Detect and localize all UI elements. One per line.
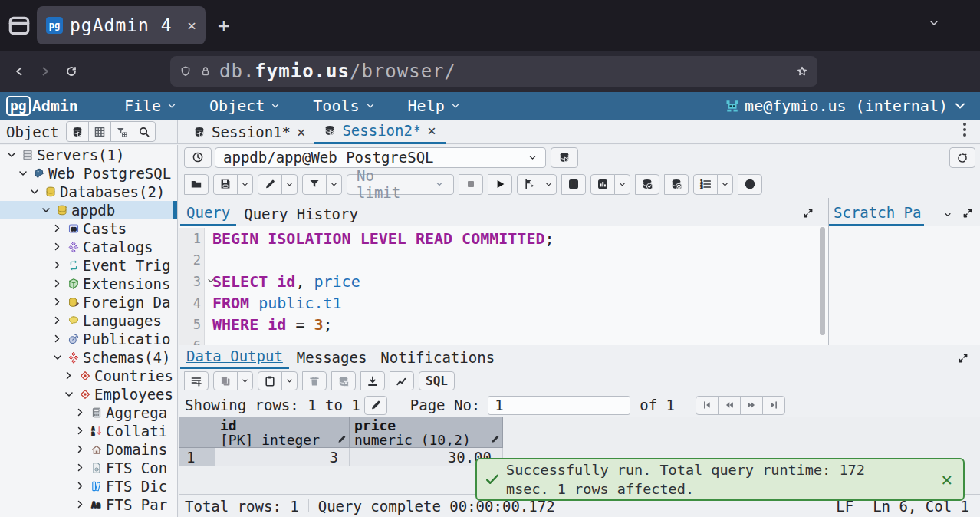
rollback-button[interactable] — [664, 174, 689, 195]
delete-row-button[interactable] — [302, 371, 327, 390]
edit-column-icon[interactable] — [337, 434, 347, 444]
commit-button[interactable] — [635, 174, 659, 195]
tree-item-event-trig[interactable]: Event Trig — [0, 256, 177, 275]
filter-sql-button[interactable]: SQL — [419, 371, 455, 390]
row-limit-select[interactable]: No limit — [347, 174, 454, 195]
tree-item-languages[interactable]: Languages — [0, 311, 177, 330]
tree-item-catalogs[interactable]: Catalogs — [0, 238, 177, 256]
back-icon[interactable] — [6, 58, 32, 84]
menu-help[interactable]: Help — [397, 92, 472, 120]
open-file-button[interactable] — [184, 174, 209, 195]
close-icon[interactable]: × — [427, 122, 436, 139]
page-first-button[interactable] — [696, 396, 719, 415]
copy-dropdown-button[interactable] — [237, 371, 253, 390]
add-row-button[interactable] — [184, 371, 209, 390]
query-history-clock-button[interactable] — [184, 147, 212, 168]
menu-object[interactable]: Object — [199, 92, 291, 120]
edit-column-icon[interactable] — [490, 434, 500, 444]
chevron-right-icon[interactable] — [52, 278, 63, 291]
new-tab-button[interactable]: + — [218, 14, 230, 37]
flag-play-dropdown-button[interactable] — [541, 174, 557, 195]
expand-editor-icon[interactable] — [802, 207, 814, 219]
chevron-down-icon[interactable] — [51, 352, 64, 363]
page-number-input[interactable] — [488, 396, 630, 415]
tree-item-servers-1-[interactable]: Servers(1) — [0, 146, 177, 164]
tree-item-aggrega[interactable]: Aggrega — [0, 403, 177, 422]
chevron-right-icon[interactable] — [75, 480, 86, 493]
editor-line-5[interactable]: 5WHERE id = 3; — [179, 314, 828, 335]
chevron-down-icon[interactable] — [39, 205, 52, 216]
paste-dropdown-button[interactable] — [281, 371, 298, 390]
chevron-down-icon[interactable] — [16, 168, 29, 179]
expand-scratch-pad-icon[interactable] — [962, 207, 974, 219]
expand-output-icon[interactable] — [957, 352, 969, 364]
editor-line-1[interactable]: 1BEGIN ISOLATION LEVEL READ COMMITTED; — [179, 228, 828, 249]
bookmark-star-icon[interactable] — [796, 65, 808, 77]
chevron-right-icon[interactable] — [52, 241, 63, 254]
column-header-id[interactable]: id[PK] integer — [215, 417, 350, 448]
column-header-price[interactable]: pricenumeric (10,2) — [350, 417, 503, 448]
tree-item-foreign-da[interactable]: Foreign Da — [0, 293, 177, 311]
tab-data-output[interactable]: Data Output — [180, 347, 289, 369]
download-button[interactable] — [360, 371, 385, 390]
tree-item-collati[interactable]: ABCollati — [0, 422, 177, 440]
chevron-down-icon[interactable] — [943, 210, 952, 219]
user-menu[interactable]: me@fymio.us (internal) — [725, 92, 968, 120]
save-button[interactable] — [213, 174, 238, 195]
tab-messages[interactable]: Messages — [291, 349, 373, 369]
paste-button[interactable] — [258, 371, 282, 390]
tree-item-fts-dic[interactable]: FTS Dic — [0, 477, 177, 496]
view-data-button[interactable] — [88, 121, 111, 142]
tree-item-casts[interactable]: 68Casts — [0, 219, 177, 238]
chart-button[interactable] — [390, 371, 414, 390]
connection-select[interactable]: appdb/app@Web PostgreSQL — [215, 147, 546, 168]
chevron-right-icon[interactable] — [52, 222, 63, 235]
tree-item-extensions[interactable]: Extensions — [0, 275, 177, 293]
tree-scrollbar-thumb[interactable] — [173, 201, 177, 219]
explain-analyze-button[interactable] — [590, 174, 615, 195]
data-cell-id[interactable]: 3 — [215, 448, 350, 466]
tree-item-publicatio[interactable]: Publicatio — [0, 330, 177, 348]
editor-line-6[interactable]: 6 — [179, 335, 828, 345]
chevron-right-icon[interactable] — [52, 296, 63, 309]
chevron-right-icon[interactable] — [75, 499, 86, 512]
explain-analyze-dropdown-button[interactable] — [614, 174, 630, 195]
play-button[interactable] — [488, 174, 512, 195]
filter-dropdown-button[interactable] — [326, 174, 342, 195]
tree-item-countries[interactable]: Countries — [0, 367, 177, 385]
chevron-right-icon[interactable] — [75, 425, 86, 438]
row-number-cell[interactable]: 1 — [179, 448, 215, 466]
chevron-down-icon[interactable] — [62, 389, 75, 400]
stop-button[interactable] — [459, 174, 483, 195]
close-icon[interactable]: × — [297, 123, 305, 140]
reload-icon[interactable] — [58, 58, 84, 84]
shield-icon[interactable] — [179, 65, 192, 77]
tab-scratch-pad[interactable]: Scratch Pa — [829, 204, 924, 226]
tab-notifications[interactable]: Notifications — [374, 349, 501, 369]
editor-line-2[interactable]: 2 — [179, 249, 828, 271]
edit-button[interactable] — [258, 174, 282, 195]
explain-button[interactable]: E — [561, 174, 586, 195]
tree-item-domains[interactable]: Domains — [0, 440, 177, 459]
list-tabs-icon[interactable] — [928, 17, 940, 29]
help-button[interactable]: ? — [738, 174, 762, 195]
menu-tools[interactable]: Tools — [302, 92, 386, 120]
tab-session2[interactable]: Session2*× — [314, 120, 445, 144]
page-next-button[interactable] — [740, 396, 763, 415]
toast-close-icon[interactable]: ✕ — [942, 469, 952, 490]
tree-item-partial[interactable] — [0, 514, 177, 517]
chevron-right-icon[interactable] — [75, 443, 86, 456]
url-bar[interactable]: db.fymio.us/browser/ — [170, 56, 817, 87]
search-objects-button[interactable] — [133, 121, 156, 142]
edit-range-button[interactable] — [364, 396, 387, 415]
page-last-button[interactable] — [762, 396, 785, 415]
editor-line-4[interactable]: 4FROM public.t1 — [179, 292, 828, 314]
sql-editor[interactable]: 1BEGIN ISOLATION LEVEL READ COMMITTED;23… — [179, 226, 828, 345]
tree-item-web-postgresql[interactable]: Web PostgreSQL — [0, 164, 177, 183]
browser-tab[interactable]: pg pgAdmin 4 × — [37, 6, 206, 44]
tree-item-employees[interactable]: Employees — [0, 385, 177, 403]
tab-query[interactable]: Query — [180, 204, 236, 226]
firefox-view-icon[interactable] — [6, 12, 32, 38]
chevron-right-icon[interactable] — [75, 462, 86, 475]
tree-item-schemas-4-[interactable]: Schemas(4) — [0, 348, 177, 367]
